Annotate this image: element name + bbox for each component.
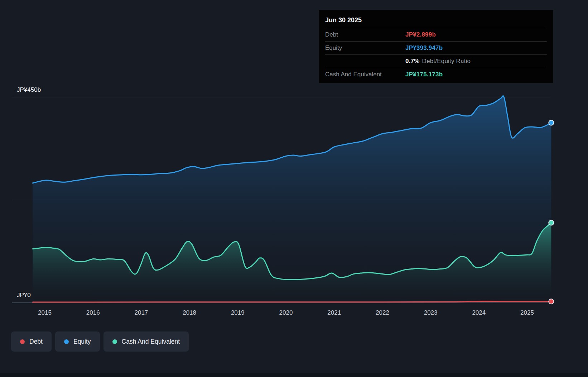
x-axis-label: 2025 [520, 309, 534, 316]
legend-label-debt: Debt [29, 338, 43, 345]
legend-dot-debt-icon [20, 339, 25, 344]
x-axis-label: 2021 [327, 309, 341, 316]
chart-legend: Debt Equity Cash And Equivalent [11, 331, 189, 352]
y-axis-label-top: JP¥450b [17, 86, 41, 94]
tooltip-ratio-caption: Debt/Equity Ratio [422, 58, 471, 65]
tooltip-cash-value: JP¥175.173b [405, 71, 443, 78]
x-axis-label: 2019 [231, 309, 245, 316]
tooltip-equity-value: JP¥393.947b [405, 44, 443, 52]
x-axis-label: 2024 [472, 309, 486, 316]
debt-endpoint [549, 299, 554, 304]
cash-and-equivalent-endpoint [549, 220, 554, 225]
legend-item-debt[interactable]: Debt [11, 331, 52, 352]
tooltip-row-equity: Equity JP¥393.947b [325, 42, 547, 55]
bottom-strip [0, 373, 588, 377]
tooltip-row-debt: Debt JP¥2.899b [325, 28, 547, 42]
tooltip-ratio-number: 0.7% [405, 58, 420, 65]
legend-dot-equity-icon [64, 339, 69, 344]
x-axis-label: 2023 [424, 309, 438, 316]
legend-label-equity: Equity [73, 338, 91, 345]
x-axis-label: 2016 [86, 309, 100, 316]
tooltip-cash-label: Cash And Equivalent [325, 71, 405, 78]
tooltip-debt-label: Debt [325, 31, 405, 38]
balance-sheet-chart: 2015201620172018201920202021202220232024… [0, 0, 588, 377]
legend-label-cash: Cash And Equivalent [122, 338, 180, 345]
chart-tooltip: Jun 30 2025 Debt JP¥2.899b Equity JP¥393… [319, 10, 553, 83]
x-axis-label: 2018 [183, 309, 196, 316]
tooltip-row-cash: Cash And Equivalent JP¥175.173b [325, 68, 547, 81]
x-axis-label: 2015 [38, 309, 52, 316]
legend-item-equity[interactable]: Equity [55, 331, 100, 352]
x-axis-label: 2022 [376, 309, 389, 316]
y-axis-label-zero: JP¥0 [17, 292, 31, 299]
tooltip-date: Jun 30 2025 [325, 14, 547, 28]
tooltip-ratio-value: 0.7%Debt/Equity Ratio [405, 58, 471, 65]
legend-item-cash[interactable]: Cash And Equivalent [103, 331, 189, 352]
tooltip-debt-value: JP¥2.899b [405, 31, 436, 38]
legend-dot-cash-icon [112, 339, 117, 344]
x-axis-label: 2020 [279, 309, 293, 316]
x-axis-label: 2017 [134, 309, 148, 316]
equity-endpoint [549, 120, 554, 125]
tooltip-row-ratio: 0.7%Debt/Equity Ratio [325, 55, 547, 68]
tooltip-equity-label: Equity [325, 44, 405, 52]
